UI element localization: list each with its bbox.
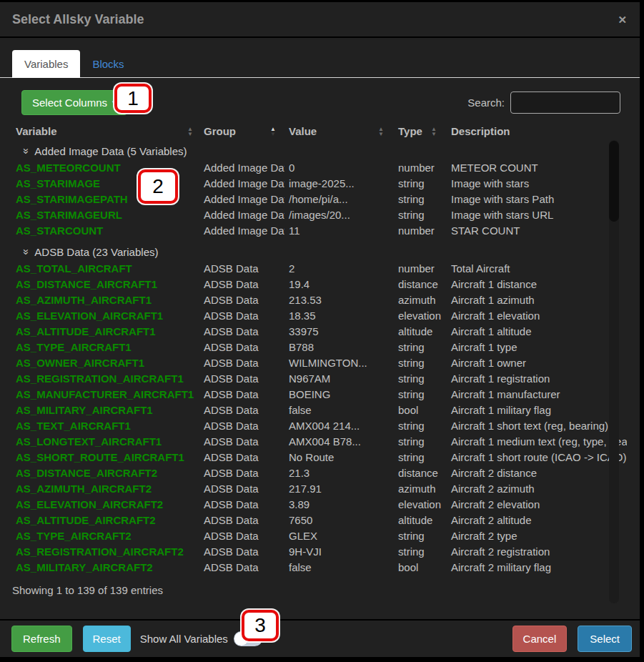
type-cell: string (394, 545, 447, 558)
table-row[interactable]: AS_TOTAL_AIRCRAFTADSB Data2numberTotal A… (11, 260, 627, 276)
table-row[interactable]: AS_STARIMAGEPATHAdded Image Data/home/pi… (11, 191, 627, 207)
column-header-variable[interactable]: Variable▲▼ (11, 125, 199, 137)
description-cell: Aircraft 1 altitude (447, 325, 627, 337)
description-cell: Aircraft 2 military flag (447, 561, 627, 573)
table-row[interactable]: AS_LONGTEXT_AIRCRAFT1ADSB DataAMX004 B78… (11, 433, 627, 449)
table-row[interactable]: AS_TYPE_AIRCRAFT2ADSB DataGLEXstringAirc… (11, 528, 627, 543)
entries-summary: Showing 1 to 139 of 139 entries (12, 584, 640, 596)
value-cell: 3.89 (284, 498, 394, 510)
table-row[interactable]: AS_MILITARY_AIRCRAFT1ADSB DatafalseboolA… (11, 402, 627, 418)
tab-bar: Variables Blocks (0, 38, 640, 78)
variable-name-cell: AS_MILITARY_AIRCRAFT1 (11, 404, 199, 416)
table-row[interactable]: AS_AZIMUTH_AIRCRAFT1ADSB Data213.53azimu… (11, 292, 627, 307)
table-row[interactable]: AS_TYPE_AIRCRAFT1ADSB DataB788stringAirc… (11, 339, 627, 355)
variable-name-cell: AS_ELEVATION_AIRCRAFT2 (11, 498, 199, 510)
table-row[interactable]: AS_STARCOUNTAdded Image Data11numberSTAR… (11, 222, 627, 238)
column-header-group[interactable]: Group▲▼ (199, 125, 284, 137)
table-row[interactable]: AS_ALTITUDE_AIRCRAFT1ADSB Data33975altit… (11, 323, 627, 339)
type-cell: bool (394, 404, 447, 416)
group-cell: ADSB Data (199, 420, 284, 432)
value-cell: WILMINGTON... (284, 357, 394, 369)
table-row[interactable]: AS_STARIMAGEURLAdded Image Data/images/2… (11, 207, 627, 222)
description-cell: Aircraft 2 azimuth (447, 483, 627, 495)
table-row[interactable]: AS_REGISTRATION_AIRCRAFT2ADSB Data9H-VJI… (11, 543, 627, 559)
scrollbar-thumb[interactable] (609, 141, 619, 222)
table-row[interactable]: AS_ELEVATION_AIRCRAFT2ADSB Data3.89eleva… (11, 496, 627, 512)
show-all-variables-label: Show All Variables (140, 633, 228, 645)
group-cell: Added Image Data (199, 177, 284, 189)
group-header-row[interactable]: »Added Image Data (5 Variables) (11, 142, 627, 159)
search-area: Search: (467, 92, 620, 114)
type-cell: number (394, 262, 447, 275)
close-icon[interactable]: ✕ (618, 14, 627, 25)
description-cell: Aircraft 1 medium text (reg, type, bea (447, 435, 627, 448)
group-header-row[interactable]: »ADSB Data (23 Variables) (11, 243, 627, 260)
variable-name-cell: AS_OWNER_AIRCRAFT1 (11, 357, 199, 369)
column-header-description[interactable]: Description (447, 125, 627, 137)
group-cell: ADSB Data (199, 451, 284, 463)
table-row[interactable]: AS_MILITARY_AIRCRAFT2ADSB DatafalseboolA… (11, 559, 627, 575)
description-cell: Aircraft 1 type (447, 341, 627, 353)
value-cell: false (284, 404, 394, 416)
value-cell: GLEX (284, 530, 394, 542)
group-cell: Added Image Data (199, 209, 284, 221)
type-cell: string (394, 357, 447, 369)
variable-name-cell: AS_STARIMAGEURL (11, 209, 199, 221)
description-cell: Aircraft 1 military flag (447, 404, 627, 416)
select-columns-button[interactable]: Select Columns ▾ (21, 90, 127, 115)
column-header-label: Group (204, 125, 236, 137)
value-cell: 0 (284, 162, 394, 174)
table-row[interactable]: AS_DISTANCE_AIRCRAFT1ADSB Data19.4distan… (11, 276, 627, 292)
value-cell: 213.53 (284, 294, 394, 306)
table-toolbar: Select Columns ▾ Search: (0, 89, 640, 115)
type-cell: azimuth (394, 483, 447, 495)
variable-name-cell: AS_AZIMUTH_AIRCRAFT2 (11, 483, 199, 495)
table-row[interactable]: AS_ELEVATION_AIRCRAFT1ADSB Data18.35elev… (11, 307, 627, 323)
table-row[interactable]: AS_SHORT_ROUTE_AIRCRAFT1ADSB DataNo Rout… (11, 449, 627, 465)
value-cell: image-2025... (284, 177, 394, 189)
reset-button[interactable]: Reset (83, 626, 131, 652)
variable-name-cell: AS_SHORT_ROUTE_AIRCRAFT1 (11, 451, 199, 463)
variable-name-cell: AS_AZIMUTH_AIRCRAFT1 (11, 294, 199, 306)
description-cell: Aircraft 1 azimuth (447, 294, 627, 306)
tab-blocks[interactable]: Blocks (80, 50, 136, 78)
group-cell: ADSB Data (199, 310, 284, 322)
variable-name-cell: AS_REGISTRATION_AIRCRAFT2 (11, 545, 199, 558)
table-row[interactable]: AS_METEORCOUNTAdded Image Data0numberMET… (11, 159, 627, 175)
table-row[interactable]: AS_AZIMUTH_AIRCRAFT2ADSB Data217.91azimu… (11, 480, 627, 496)
variable-name-cell: AS_ALTITUDE_AIRCRAFT2 (11, 514, 199, 526)
variable-name-cell: AS_DISTANCE_AIRCRAFT2 (11, 467, 199, 479)
select-button[interactable]: Select (578, 626, 632, 652)
refresh-button[interactable]: Refresh (11, 626, 72, 652)
group-header-label: ADSB Data (23 Variables) (34, 246, 158, 258)
value-cell: 7650 (284, 514, 394, 526)
type-cell: elevation (394, 310, 447, 322)
column-header-type[interactable]: Type▲▼ (394, 125, 447, 137)
description-cell: Image with stars URL (447, 209, 627, 221)
search-input[interactable] (510, 92, 620, 114)
group-cell: ADSB Data (199, 357, 284, 369)
group-cell: ADSB Data (199, 278, 284, 290)
group-cell: ADSB Data (199, 388, 284, 400)
group-cell: ADSB Data (199, 498, 284, 510)
variable-name-cell: AS_DISTANCE_AIRCRAFT1 (11, 278, 199, 290)
column-header-value[interactable]: Value▲▼ (284, 125, 394, 137)
table-row[interactable]: AS_OWNER_AIRCRAFT1ADSB DataWILMINGTON...… (11, 355, 627, 370)
type-cell: string (394, 388, 447, 400)
value-cell: 21.3 (284, 467, 394, 479)
table-row[interactable]: AS_MANUFACTURER_AIRCRAFT1ADSB DataBOEING… (11, 386, 627, 402)
table-row[interactable]: AS_STARIMAGEAdded Image Dataimage-2025..… (11, 175, 627, 191)
annotation-marker-3: 3 (242, 610, 279, 641)
description-cell: Image with stars Path (447, 193, 627, 205)
variable-name-cell: AS_MANUFACTURER_AIRCRAFT1 (11, 388, 199, 400)
variable-name-cell: AS_TYPE_AIRCRAFT2 (11, 530, 199, 542)
type-cell: string (394, 341, 447, 353)
table-row[interactable]: AS_DISTANCE_AIRCRAFT2ADSB Data21.3distan… (11, 465, 627, 480)
cancel-button[interactable]: Cancel (512, 626, 568, 652)
table-row[interactable]: AS_TEXT_AIRCRAFT1ADSB DataAMX004 214...s… (11, 418, 627, 433)
scrollbar-track[interactable] (609, 140, 619, 603)
table-row[interactable]: AS_ALTITUDE_AIRCRAFT2ADSB Data7650altitu… (11, 512, 627, 528)
tab-variables[interactable]: Variables (12, 50, 80, 78)
table-row[interactable]: AS_REGISTRATION_AIRCRAFT1ADSB DataN967AM… (11, 370, 627, 386)
type-cell: bool (394, 561, 447, 573)
